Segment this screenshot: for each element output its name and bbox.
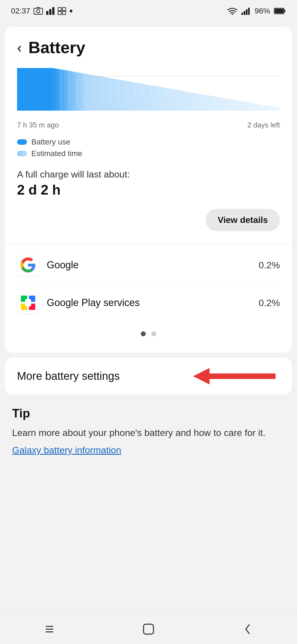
chart-labels: 7 h 35 m ago 2 days left <box>17 121 280 129</box>
google-play-app-icon <box>17 292 39 314</box>
pagination <box>17 321 280 339</box>
legend-dot-solid <box>17 139 27 145</box>
svg-rect-52 <box>144 624 153 634</box>
annotation-arrow <box>182 365 276 387</box>
home-button[interactable] <box>138 618 160 640</box>
svg-rect-2 <box>46 11 48 15</box>
google-app-icon <box>17 254 39 276</box>
svg-point-9 <box>232 14 233 15</box>
legend-battery-use-label: Battery use <box>31 138 70 146</box>
svg-rect-8 <box>62 11 66 15</box>
charge-label: A full charge will last about: <box>17 169 280 180</box>
svg-rect-15 <box>284 10 285 12</box>
svg-rect-10 <box>241 13 243 15</box>
list-item[interactable]: Google Play services 0.2% <box>17 284 280 321</box>
recent-button[interactable] <box>38 618 61 640</box>
legend: Battery use Estimated time <box>17 138 280 158</box>
chart-right-label: 2 days left <box>247 121 280 129</box>
back-button-nav[interactable] <box>237 618 258 640</box>
wifi-icon <box>227 7 238 15</box>
view-details-button[interactable]: View details <box>205 209 280 231</box>
dot-active <box>141 331 146 336</box>
divider <box>5 243 292 244</box>
list-item[interactable]: Google 0.2% <box>17 246 280 284</box>
more-battery-settings[interactable]: More battery settings <box>5 358 292 394</box>
legend-item-estimated-time: Estimated time <box>17 149 280 158</box>
battery-percent: 96% <box>255 7 270 15</box>
charge-info: A full charge will last about: 2 d 2 h <box>17 169 280 198</box>
chart-left-label: 7 h 35 m ago <box>17 121 59 129</box>
dot-indicator: • <box>69 5 73 17</box>
battery-chart: 0% <box>17 68 280 118</box>
app-percent-google: 0.2% <box>259 260 280 271</box>
svg-rect-3 <box>49 9 51 15</box>
svg-marker-48 <box>193 368 276 384</box>
svg-rect-0 <box>34 8 43 14</box>
main-card: ‹ Battery <box>5 27 292 353</box>
page-title: Battery <box>28 38 85 57</box>
view-details-wrap: View details <box>17 209 280 231</box>
svg-rect-4 <box>52 7 54 15</box>
status-bar: 02:37 • <box>0 0 297 22</box>
svg-rect-13 <box>248 8 250 15</box>
app-name-play-services: Google Play services <box>47 297 259 309</box>
charge-value: 2 d 2 h <box>17 182 280 198</box>
tip-heading: Tip <box>12 406 285 420</box>
svg-rect-5 <box>58 7 61 11</box>
app-list: Google 0.2% Google Play services 0.2% <box>17 246 280 321</box>
galaxy-battery-info-link[interactable]: Galaxy battery information <box>12 445 121 455</box>
page-header: ‹ Battery <box>17 38 280 57</box>
svg-marker-19 <box>53 68 280 111</box>
svg-rect-16 <box>275 9 284 13</box>
svg-rect-12 <box>246 9 248 15</box>
svg-rect-6 <box>62 7 66 11</box>
legend-dot-light <box>17 151 27 156</box>
chart-icon <box>46 7 54 15</box>
signal-icon <box>241 7 251 15</box>
app-name-google: Google <box>47 259 259 271</box>
more-settings-label: More battery settings <box>17 370 120 382</box>
svg-rect-18 <box>17 68 53 111</box>
photo-icon <box>34 7 43 15</box>
app-percent-play-services: 0.2% <box>259 298 280 308</box>
tip-text: Learn more about your phone's battery an… <box>12 426 285 440</box>
battery-icon <box>274 7 286 15</box>
grid-icon <box>58 7 66 15</box>
status-right: 96% <box>227 7 286 15</box>
svg-rect-11 <box>244 11 245 15</box>
time-display: 02:37 <box>11 7 30 15</box>
tip-section: Tip Learn more about your phone's batter… <box>0 394 297 464</box>
status-left: 02:37 • <box>11 5 73 17</box>
back-button[interactable]: ‹ <box>17 40 22 55</box>
svg-rect-7 <box>58 11 61 15</box>
svg-point-1 <box>37 10 40 13</box>
dot-inactive <box>151 331 156 336</box>
legend-item-battery-use: Battery use <box>17 138 280 146</box>
legend-estimated-time-label: Estimated time <box>31 149 82 158</box>
bottom-nav <box>0 614 297 644</box>
